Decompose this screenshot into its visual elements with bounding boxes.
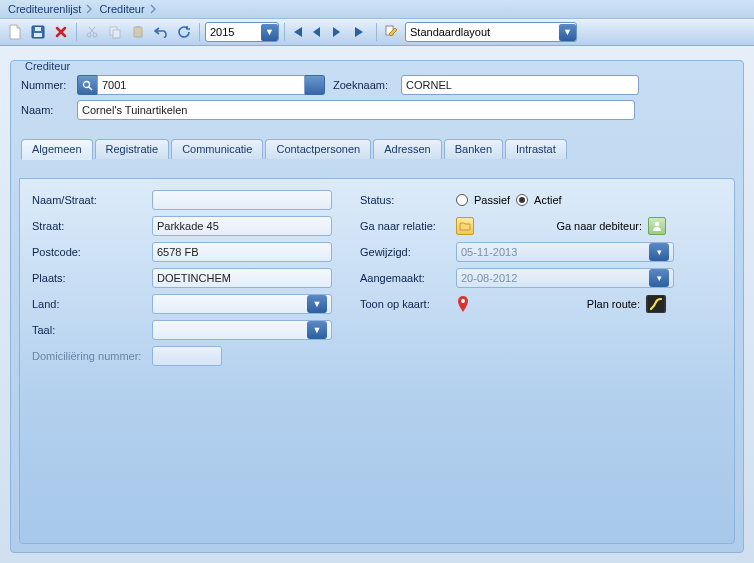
tab-intrastat[interactable]: Intrastat xyxy=(505,139,567,159)
undo-icon[interactable] xyxy=(151,22,171,42)
plaats-label: Plaats: xyxy=(32,272,152,284)
taal-combo[interactable]: ▼ xyxy=(152,320,332,340)
land-label: Land: xyxy=(32,298,152,310)
svg-rect-2 xyxy=(35,27,41,31)
postcode-input[interactable]: 6578 FB xyxy=(152,242,332,262)
svg-point-11 xyxy=(655,222,659,226)
left-column: Naam/Straat: Straat: Parkkade 45 Postcod… xyxy=(32,189,342,371)
new-icon[interactable] xyxy=(5,22,25,42)
actief-label: Actief xyxy=(534,194,562,206)
svg-point-10 xyxy=(84,81,90,87)
refresh-icon[interactable] xyxy=(174,22,194,42)
passief-label: Passief xyxy=(474,194,510,206)
zoeknaam-input[interactable]: CORNEL xyxy=(401,75,639,95)
zoeknaam-label: Zoeknaam: xyxy=(333,79,401,91)
cut-icon[interactable] xyxy=(82,22,102,42)
tab-bar: Algemeen Registratie Communicatie Contac… xyxy=(11,139,743,159)
straat-input[interactable]: Parkkade 45 xyxy=(152,216,332,236)
tab-adressen[interactable]: Adressen xyxy=(373,139,441,159)
tab-banken[interactable]: Banken xyxy=(444,139,503,159)
layout-selector[interactable]: Standaardlayout ▼ xyxy=(405,22,577,42)
chevron-down-icon: ▼ xyxy=(307,295,327,313)
search-icon[interactable] xyxy=(77,75,97,95)
svg-rect-7 xyxy=(134,27,142,37)
ga-relatie-label: Ga naar relatie: xyxy=(360,220,456,232)
crediteur-group: Crediteur Nummer: 7001 Zoeknaam: CORNEL … xyxy=(10,60,744,553)
land-combo[interactable]: ▼ xyxy=(152,294,332,314)
radio-passief[interactable] xyxy=(456,194,468,206)
nummer-lookup[interactable]: 7001 xyxy=(77,75,325,95)
naam-straat-label: Naam/Straat: xyxy=(32,194,152,206)
delete-icon[interactable] xyxy=(51,22,71,42)
tab-contactpersonen[interactable]: Contactpersonen xyxy=(265,139,371,159)
calendar-dropdown-icon[interactable]: ▾ xyxy=(649,269,669,287)
separator xyxy=(76,23,77,41)
naam-input[interactable]: Cornel's Tuinartikelen xyxy=(77,100,635,120)
tab-registratie[interactable]: Registratie xyxy=(95,139,170,159)
domiciliering-input xyxy=(152,346,222,366)
copy-icon[interactable] xyxy=(105,22,125,42)
toolbar: 2015 ▼ Standaardlayout ▼ xyxy=(0,18,754,46)
aangemaakt-label: Aangemaakt: xyxy=(360,272,456,284)
separator xyxy=(376,23,377,41)
aangemaakt-input: 20-08-2012 ▾ xyxy=(456,268,674,288)
prev-record-icon[interactable] xyxy=(311,26,329,38)
save-icon[interactable] xyxy=(28,22,48,42)
map-pin-icon[interactable] xyxy=(456,295,470,313)
svg-point-12 xyxy=(461,299,465,303)
ga-debiteur-label: Ga naar debiteur: xyxy=(556,220,642,232)
tab-communicatie[interactable]: Communicatie xyxy=(171,139,263,159)
plan-route-label: Plan route: xyxy=(587,298,640,310)
svg-rect-8 xyxy=(136,26,140,28)
svg-rect-1 xyxy=(34,33,42,37)
breadcrumb-item-crediteur[interactable]: Crediteur xyxy=(95,3,148,15)
nummer-label: Nummer: xyxy=(21,79,77,91)
person-icon[interactable] xyxy=(648,217,666,235)
gewijzigd-label: Gewijzigd: xyxy=(360,246,456,258)
chevron-down-icon: ▼ xyxy=(559,24,576,41)
radio-actief[interactable] xyxy=(516,194,528,206)
folder-icon[interactable] xyxy=(456,217,474,235)
lookup-dropdown-icon[interactable] xyxy=(305,75,325,95)
layout-edit-icon[interactable] xyxy=(382,22,402,42)
taal-label: Taal: xyxy=(32,324,152,336)
status-label: Status: xyxy=(360,194,456,206)
tab-algemeen[interactable]: Algemeen xyxy=(21,139,93,160)
naam-label: Naam: xyxy=(21,104,77,116)
calendar-dropdown-icon[interactable]: ▾ xyxy=(649,243,669,261)
group-title: Crediteur xyxy=(21,60,74,72)
header-fields: Nummer: 7001 Zoeknaam: CORNEL Naam: Corn… xyxy=(11,61,743,133)
tab-panel-algemeen: Naam/Straat: Straat: Parkkade 45 Postcod… xyxy=(19,178,735,544)
naam-straat-input[interactable] xyxy=(152,190,332,210)
chevron-down-icon: ▼ xyxy=(307,321,327,339)
nummer-input[interactable]: 7001 xyxy=(97,75,305,95)
chevron-right-icon xyxy=(149,1,159,17)
postcode-label: Postcode: xyxy=(32,246,152,258)
separator xyxy=(199,23,200,41)
chevron-right-icon xyxy=(85,1,95,17)
paste-icon[interactable] xyxy=(128,22,148,42)
first-record-icon[interactable] xyxy=(290,26,308,38)
route-icon[interactable] xyxy=(646,295,666,313)
next-record-icon[interactable] xyxy=(332,26,350,38)
svg-point-4 xyxy=(93,33,97,37)
svg-rect-6 xyxy=(113,30,120,38)
layout-value: Standaardlayout xyxy=(410,26,490,38)
breadcrumb: Crediteurenlijst Crediteur xyxy=(0,0,754,18)
separator xyxy=(284,23,285,41)
right-column: Status: Passief Actief Ga naar relatie: xyxy=(360,189,690,319)
year-selector[interactable]: 2015 ▼ xyxy=(205,22,279,42)
toon-kaart-label: Toon op kaart: xyxy=(360,298,456,310)
domiciliering-label: Domiciliëring nummer: xyxy=(32,350,152,362)
last-record-icon[interactable] xyxy=(353,26,371,38)
gewijzigd-input: 05-11-2013 ▾ xyxy=(456,242,674,262)
chevron-down-icon: ▼ xyxy=(261,24,278,41)
year-value: 2015 xyxy=(210,26,234,38)
plaats-input[interactable]: DOETINCHEM xyxy=(152,268,332,288)
breadcrumb-item-list[interactable]: Crediteurenlijst xyxy=(4,3,85,15)
svg-point-3 xyxy=(87,33,91,37)
straat-label: Straat: xyxy=(32,220,152,232)
